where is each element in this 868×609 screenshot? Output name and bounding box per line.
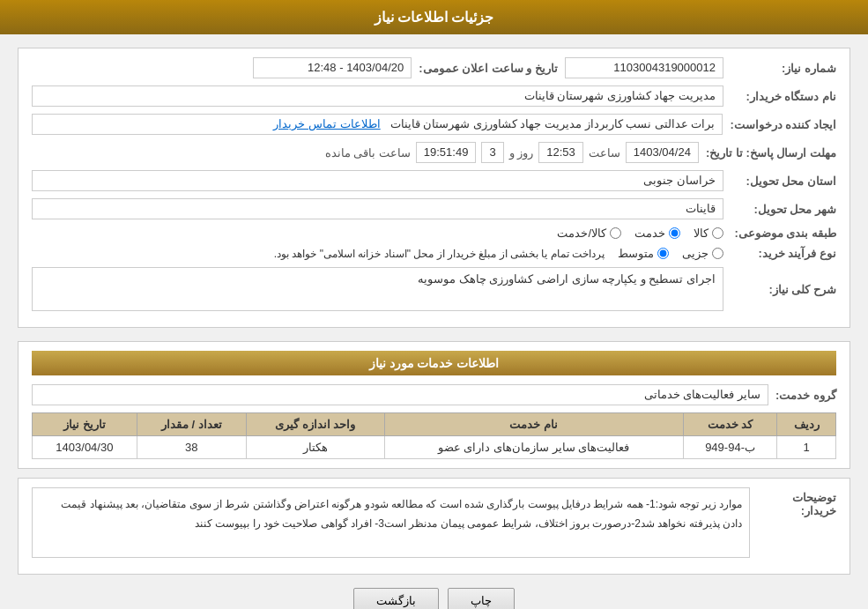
- need-number-label: شماره نیاز:: [731, 62, 836, 75]
- col-row-number: ردیف: [777, 413, 836, 436]
- buyer-notes-section: توضیحات خریدار: موارد زیر توجه شود:1- هم…: [18, 478, 850, 575]
- print-button[interactable]: چاپ: [448, 588, 515, 609]
- contact-link[interactable]: اطلاعات تماس خریدار: [273, 117, 380, 130]
- deadline-remaining-label: ساعت باقی مانده: [325, 146, 411, 160]
- col-service-name: نام خدمت: [384, 413, 683, 436]
- table-header-row: ردیف کد خدمت نام خدمت واحد اندازه گیری ت…: [33, 413, 836, 436]
- category-goods-radio[interactable]: [712, 227, 723, 239]
- purchase-partial-radio[interactable]: [712, 248, 723, 259]
- buyer-notes-label: توضیحات خریدار:: [757, 487, 836, 517]
- category-service-option: خدمت: [634, 227, 680, 240]
- purchase-type-options: جزیی متوسط پرداخت تمام یا بخشی از مبلغ خ…: [32, 247, 723, 260]
- services-table-body: 1ب-94-949فعالیت‌های سایر سازمان‌های دارا…: [33, 436, 836, 459]
- col-unit: واحد اندازه گیری: [246, 413, 384, 436]
- creator-label: ایجاد کننده درخواست:: [730, 118, 836, 131]
- category-row: طبقه بندی موضوعی: کالا خدمت کالا/خدمت: [32, 227, 836, 240]
- deadline-label: مهلت ارسال پاسخ: تا تاریخ:: [706, 146, 836, 160]
- buyer-notes-value: موارد زیر توجه شود:1- همه شرایط درفایل پ…: [32, 487, 750, 558]
- deadline-time: 12:53: [538, 142, 583, 163]
- purchase-medium-label: متوسط: [618, 247, 654, 260]
- deadline-days-label: روز و: [509, 146, 534, 160]
- need-description-value: اجرای تسطیح و یکپارچه سازی اراضی کشاورزی…: [32, 267, 723, 311]
- table-row: 1ب-94-949فعالیت‌های سایر سازمان‌های دارا…: [33, 436, 836, 459]
- deadline-time-label: ساعت: [589, 146, 620, 160]
- services-section: اطلاعات خدمات مورد نیاز گروه خدمت: سایر …: [18, 341, 850, 469]
- page-wrapper: جزئیات اطلاعات نیاز شماره نیاز: 11030043…: [0, 0, 868, 609]
- deadline-date: 1403/04/24: [626, 142, 699, 163]
- action-buttons: چاپ بازگشت: [18, 588, 850, 609]
- category-label: طبقه بندی موضوعی:: [731, 227, 836, 240]
- category-goods-service-label: کالا/خدمت: [557, 227, 606, 240]
- category-goods-option: کالا: [694, 227, 723, 240]
- main-info-section: شماره نیاز: 1103004319000012 تاریخ و ساع…: [18, 48, 850, 328]
- announcement-date-value: 1403/04/20 - 12:48: [253, 57, 412, 78]
- buyer-org-value: مدیریت جهاد کشاورزی شهرستان قاینات: [32, 85, 723, 107]
- buyer-notes-row: توضیحات خریدار: موارد زیر توجه شود:1- هم…: [32, 487, 836, 558]
- need-number-row: شماره نیاز: 1103004319000012 تاریخ و ساع…: [32, 57, 836, 78]
- purchase-partial-option: جزیی: [682, 247, 723, 260]
- services-section-title: اطلاعات خدمات مورد نیاز: [32, 351, 836, 375]
- service-group-value: سایر فعالیت‌های خدماتی: [32, 384, 768, 405]
- col-quantity: تعداد / مقدار: [137, 413, 246, 436]
- category-radio-group: کالا خدمت کالا/خدمت: [32, 227, 723, 240]
- creator-text: برات عدالتی نسب کاربرداز مدیریت جهاد کشا…: [390, 117, 716, 130]
- category-service-label: خدمت: [634, 227, 665, 240]
- city-value: قاینات: [32, 198, 723, 219]
- back-button[interactable]: بازگشت: [353, 588, 439, 609]
- col-date: تاریخ نیاز: [33, 413, 137, 436]
- city-label: شهر محل تحویل:: [731, 203, 836, 216]
- service-group-label: گروه خدمت:: [775, 389, 836, 402]
- creator-row: ایجاد کننده درخواست: برات عدالتی نسب کار…: [32, 114, 836, 135]
- col-service-code: کد خدمت: [683, 413, 777, 436]
- deadline-row: مهلت ارسال پاسخ: تا تاریخ: 1403/04/24 سا…: [32, 142, 836, 163]
- province-label: استان محل تحویل:: [731, 175, 836, 188]
- creator-value: برات عدالتی نسب کاربرداز مدیریت جهاد کشا…: [32, 114, 723, 135]
- page-title: جزئیات اطلاعات نیاز: [375, 10, 494, 25]
- category-goods-service-option: کالا/خدمت: [557, 227, 621, 240]
- purchase-partial-label: جزیی: [682, 247, 708, 260]
- province-row: استان محل تحویل: خراسان جنوبی: [32, 170, 836, 191]
- deadline-remaining: 19:51:49: [416, 142, 477, 163]
- buyer-org-label: نام دستگاه خریدار:: [731, 90, 836, 103]
- main-content: شماره نیاز: 1103004319000012 تاریخ و ساع…: [0, 34, 868, 609]
- deadline-time-row: 1403/04/24 ساعت 12:53 روز و 3 19:51:49 س…: [32, 142, 699, 163]
- need-description-label: شرح کلی نیاز:: [731, 283, 836, 296]
- purchase-medium-option: متوسط: [618, 247, 669, 260]
- province-value: خراسان جنوبی: [32, 170, 723, 191]
- page-header: جزئیات اطلاعات نیاز: [0, 0, 868, 34]
- need-description-row: شرح کلی نیاز: اجرای تسطیح و یکپارچه سازی…: [32, 267, 836, 311]
- buyer-org-row: نام دستگاه خریدار: مدیریت جهاد کشاورزی ش…: [32, 85, 836, 107]
- announcement-date-label: تاریخ و ساعت اعلان عمومی:: [419, 62, 558, 75]
- need-number-value: 1103004319000012: [565, 57, 723, 78]
- services-table: ردیف کد خدمت نام خدمت واحد اندازه گیری ت…: [32, 412, 836, 459]
- category-goods-service-radio[interactable]: [610, 227, 621, 239]
- purchase-type-row: نوع فرآیند خرید: جزیی متوسط پرداخت تمام …: [32, 247, 836, 260]
- purchase-description: پرداخت تمام یا بخشی از مبلغ خریدار از مح…: [32, 248, 605, 260]
- services-table-header: ردیف کد خدمت نام خدمت واحد اندازه گیری ت…: [33, 413, 836, 436]
- category-service-radio[interactable]: [669, 227, 680, 239]
- purchase-type-label: نوع فرآیند خرید:: [731, 247, 836, 260]
- purchase-medium-radio[interactable]: [657, 248, 669, 259]
- category-goods-label: کالا: [694, 227, 708, 240]
- city-row: شهر محل تحویل: قاینات: [32, 198, 836, 219]
- service-group-row: گروه خدمت: سایر فعالیت‌های خدماتی: [32, 384, 836, 405]
- deadline-days: 3: [481, 142, 503, 163]
